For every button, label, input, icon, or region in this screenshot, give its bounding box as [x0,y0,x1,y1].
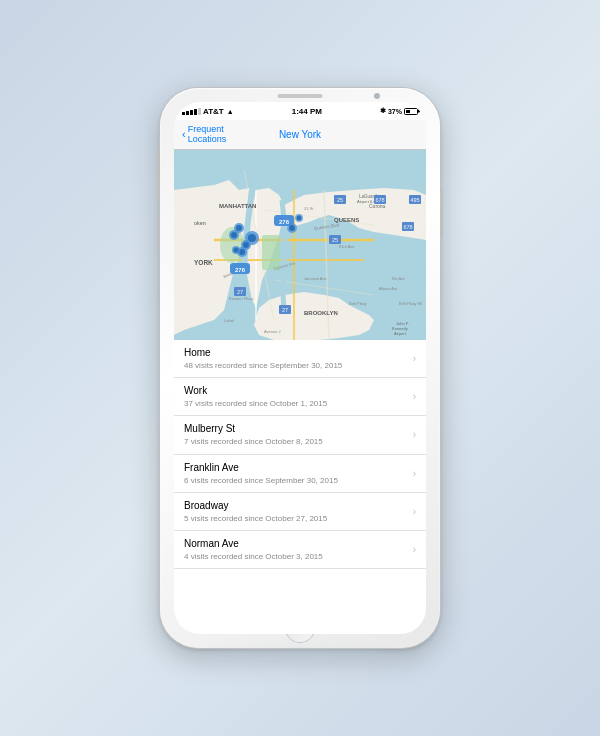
list-item-content-home: Home 48 visits recorded since September … [184,346,407,371]
svg-text:678: 678 [375,197,384,203]
svg-text:Atlantic Ave: Atlantic Ave [379,287,397,291]
svg-point-56 [248,234,256,242]
list-item[interactable]: Norman Ave 4 visits recorded since Octob… [174,531,426,569]
list-item-content-broadway: Broadway 5 visits recorded since October… [184,499,407,524]
svg-text:BROOKLYN: BROOKLYN [304,310,338,316]
location-detail-franklin: 6 visits recorded since September 30, 20… [184,475,407,486]
chevron-right-icon: › [413,468,416,479]
location-detail-mulberry: 7 visits recorded since October 8, 2015 [184,436,407,447]
back-label: Frequent Locations [188,124,241,144]
svg-point-72 [289,225,295,231]
status-time: 1:44 PM [292,107,322,116]
wifi-icon: ▲ [227,108,234,115]
phone-screen: AT&T ▲ 1:44 PM ✱ 37% [174,102,426,634]
location-name-broadway: Broadway [184,499,407,512]
status-bar: AT&T ▲ 1:44 PM ✱ 37% [174,102,426,120]
svg-text:Lebal: Lebal [224,318,234,323]
svg-text:495: 495 [410,197,419,203]
svg-text:27: 27 [282,307,288,313]
chevron-right-icon: › [413,353,416,364]
chevron-right-icon: › [413,429,416,440]
svg-text:25: 25 [332,237,338,243]
back-button[interactable]: ‹ Frequent Locations [182,124,241,144]
mute-button[interactable] [157,148,160,166]
svg-point-66 [234,248,239,253]
location-name-norman: Norman Ave [184,537,407,550]
list-item[interactable]: Franklin Ave 6 visits recorded since Sep… [174,455,426,493]
signal-strength [182,108,201,115]
location-name-franklin: Franklin Ave [184,461,407,474]
phone-mockup: AT&T ▲ 1:44 PM ✱ 37% [160,88,440,648]
volume-down-button[interactable] [157,213,160,248]
location-list: Home 48 visits recorded since September … [174,340,426,634]
earpiece [278,94,323,98]
location-detail-broadway: 5 visits recorded since October 27, 2015 [184,513,407,524]
status-left: AT&T ▲ [182,107,234,116]
location-name-home: Home [184,346,407,359]
chevron-right-icon: › [413,391,416,402]
power-button[interactable] [440,188,443,238]
svg-text:YORK: YORK [194,259,213,266]
location-name-work: Work [184,384,407,397]
svg-text:276: 276 [279,219,290,225]
chevron-right-icon: › [413,506,416,517]
svg-text:21 St: 21 St [304,206,314,211]
phone-shell: AT&T ▲ 1:44 PM ✱ 37% [160,88,440,648]
svg-text:Elm Ave: Elm Ave [392,277,405,281]
status-right: ✱ 37% [380,107,418,115]
svg-text:Avenue J: Avenue J [264,329,281,334]
svg-text:Airport: Airport [394,331,407,336]
list-item[interactable]: Home 48 visits recorded since September … [174,340,426,378]
location-detail-norman: 4 visits recorded since October 3, 2015 [184,551,407,562]
chevron-right-icon: › [413,544,416,555]
svg-text:27: 27 [237,289,243,295]
list-item[interactable]: Work 37 visits recorded since October 1,… [174,378,426,416]
svg-text:MANHATTAN: MANHATTAN [219,203,256,209]
svg-text:678: 678 [403,224,412,230]
svg-text:Belt Pkwy W: Belt Pkwy W [399,301,422,306]
list-item-content-work: Work 37 visits recorded since October 1,… [184,384,407,409]
svg-text:276: 276 [235,267,246,273]
battery-percentage: 37% [388,108,402,115]
phone-reflection [188,648,412,668]
svg-point-62 [231,232,237,238]
svg-text:Jamaica Ave: Jamaica Ave [304,276,327,281]
nav-title: New York [279,129,321,140]
location-name-mulberry: Mulberry St [184,422,407,435]
map-area[interactable]: MANHATTAN oken YORK QUEENS BROOKLYN Coro… [174,150,426,340]
svg-point-60 [243,242,249,248]
list-item-content-norman: Norman Ave 4 visits recorded since Octob… [184,537,407,562]
battery-icon [404,108,418,115]
svg-point-74 [297,216,302,221]
list-item-content-franklin: Franklin Ave 6 visits recorded since Sep… [184,461,407,486]
battery-fill [406,110,410,113]
location-detail-work: 37 visits recorded since October 1, 2015 [184,398,407,409]
svg-text:25: 25 [337,197,343,203]
screen-content: AT&T ▲ 1:44 PM ✱ 37% [174,102,426,634]
location-detail-home: 48 visits recorded since September 30, 2… [184,360,407,371]
nav-title-area: New York [241,129,359,140]
front-camera [374,93,380,99]
volume-up-button[interactable] [157,168,160,203]
svg-text:oken: oken [194,220,206,226]
svg-text:Belt Pkwy: Belt Pkwy [349,301,367,306]
map-svg: MANHATTAN oken YORK QUEENS BROOKLYN Coro… [174,150,426,340]
list-item[interactable]: Mulberry St 7 visits recorded since Octo… [174,416,426,454]
svg-point-58 [236,225,242,231]
svg-text:Eliot Ave: Eliot Ave [339,244,355,249]
svg-text:Eastern Pkwy: Eastern Pkwy [229,296,253,301]
back-chevron-icon: ‹ [182,129,186,140]
carrier-name: AT&T [203,107,224,116]
list-item-content-mulberry: Mulberry St 7 visits recorded since Octo… [184,422,407,447]
bluetooth-icon: ✱ [380,107,386,115]
list-item[interactable]: Broadway 5 visits recorded since October… [174,493,426,531]
navigation-bar: ‹ Frequent Locations New York [174,120,426,150]
battery-body [404,108,418,115]
